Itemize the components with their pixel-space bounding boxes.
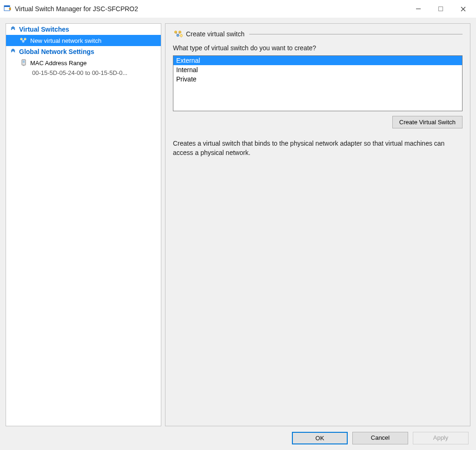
window-body: Virtual Switches New virtual network swi… xyxy=(0,18,476,450)
main-panel: Create virtual switch What type of virtu… xyxy=(165,23,470,426)
tree-item-mac-detail: 00-15-5D-05-24-00 to 00-15-5D-0... xyxy=(6,68,161,77)
create-button-row: Create Virtual Switch xyxy=(173,116,463,128)
description-text: Creates a virtual switch that binds to t… xyxy=(173,139,463,158)
option-external[interactable]: External xyxy=(173,56,462,65)
cancel-button[interactable]: Cancel xyxy=(352,432,408,444)
section-divider xyxy=(249,34,463,34)
tree-item-mac-range[interactable]: MAC Address Range xyxy=(6,57,161,68)
footer-buttons: OK Cancel Apply xyxy=(6,426,470,444)
tree-item-label: New virtual network switch xyxy=(30,37,101,44)
switch-type-listbox[interactable]: External Internal Private xyxy=(173,55,463,111)
tree-item-new-vswitch[interactable]: New virtual network switch xyxy=(6,35,161,46)
tree-section-global-settings[interactable]: Global Network Settings xyxy=(6,46,161,57)
app-icon xyxy=(4,5,12,13)
content-row: Virtual Switches New virtual network swi… xyxy=(6,23,470,426)
tree-section-label: Global Network Settings xyxy=(19,48,94,55)
chevron-up-icon xyxy=(9,49,17,54)
minimize-button[interactable] xyxy=(407,1,430,16)
section-header: Create virtual switch xyxy=(173,29,463,39)
create-vswitch-icon xyxy=(173,29,183,39)
svg-rect-1 xyxy=(4,6,10,7)
maximize-button[interactable] xyxy=(430,1,452,16)
prompt-text: What type of virtual switch do you want … xyxy=(173,44,463,52)
svg-rect-12 xyxy=(23,60,25,63)
window-controls xyxy=(407,1,474,16)
mac-address-icon xyxy=(19,59,28,67)
svg-rect-3 xyxy=(439,7,443,11)
option-private[interactable]: Private xyxy=(173,74,462,84)
tree-panel: Virtual Switches New virtual network swi… xyxy=(6,23,161,426)
chevron-up-icon xyxy=(9,27,17,32)
close-button[interactable] xyxy=(452,1,474,16)
tree-item-label: MAC Address Range xyxy=(30,60,86,67)
titlebar: Virtual Switch Manager for JSC-SFCPRO2 xyxy=(0,0,476,18)
window-title: Virtual Switch Manager for JSC-SFCPRO2 xyxy=(15,5,407,13)
option-internal[interactable]: Internal xyxy=(173,65,462,74)
tree-section-virtual-switches[interactable]: Virtual Switches xyxy=(6,24,161,35)
create-virtual-switch-button[interactable]: Create Virtual Switch xyxy=(392,116,463,128)
svg-rect-19 xyxy=(179,34,183,37)
section-title: Create virtual switch xyxy=(186,30,245,38)
network-switch-icon xyxy=(19,37,28,44)
ok-button[interactable]: OK xyxy=(292,432,348,444)
apply-button: Apply xyxy=(413,432,469,444)
tree-section-label: Virtual Switches xyxy=(19,26,69,33)
